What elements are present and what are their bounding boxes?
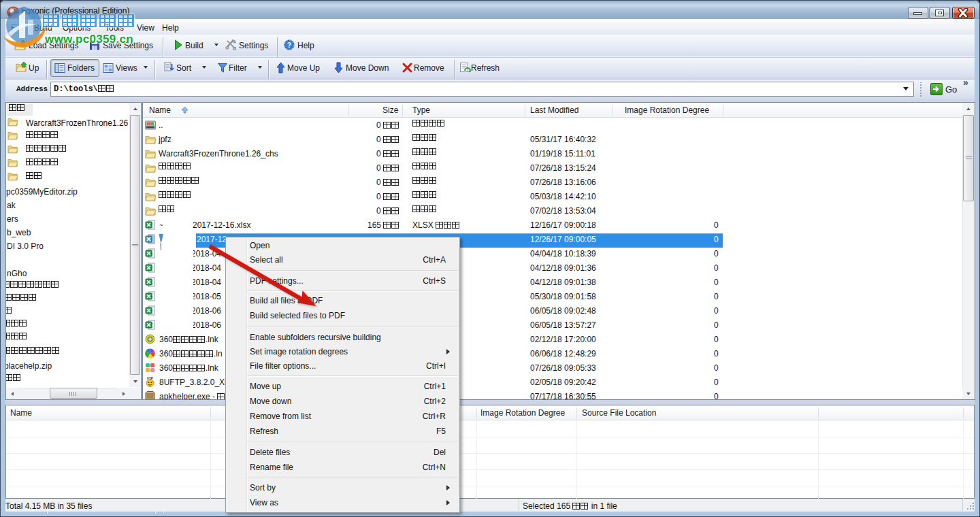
- svg-text:FTP: FTP: [147, 377, 153, 380]
- svg-text:?: ?: [287, 41, 291, 49]
